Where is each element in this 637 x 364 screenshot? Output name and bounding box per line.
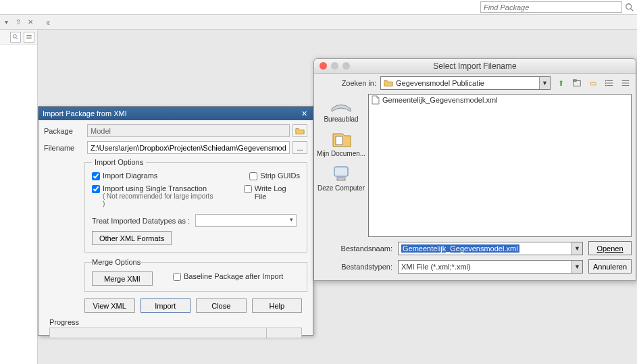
place-computer[interactable]: Deze Computer (317, 164, 365, 192)
dropdown-icon[interactable]: ▾ (1, 17, 11, 26)
single-transaction-checkbox[interactable]: Import using Single Transaction ( Not re… (92, 184, 217, 207)
window-controls[interactable] (320, 62, 350, 70)
merge-xmi-button[interactable]: Merge XMI (92, 271, 153, 286)
import-package-dialog: Import Package from XMI ✕ Package Model … (38, 106, 313, 336)
file-dialog-title: Select Import Filename (314, 61, 636, 71)
svg-rect-18 (336, 136, 342, 145)
svg-point-2 (13, 34, 16, 38)
chevron-left-icon[interactable]: ‹‹ (46, 17, 48, 28)
svg-line-1 (631, 9, 634, 11)
filetype-field[interactable]: XMI File (*.xml;*.xmi) ▼ (398, 260, 583, 274)
up-folder-icon[interactable]: ⬆ (555, 77, 567, 89)
import-button[interactable]: Import (141, 298, 191, 313)
pin-icon[interactable]: ⇧ (14, 17, 23, 26)
browse-package-button[interactable] (292, 124, 307, 137)
chevron-down-icon[interactable]: ▼ (571, 242, 582, 255)
treat-datatypes-label: Treat Imported Datatypes as : (92, 217, 190, 225)
other-xml-formats-button[interactable]: Other XML Formats (92, 231, 172, 245)
baseline-checkbox[interactable]: Baseline Package after Import (173, 272, 283, 281)
list-view-icon[interactable] (603, 77, 615, 89)
write-log-checkbox[interactable]: Write Log File (244, 184, 300, 207)
file-icon (372, 95, 380, 105)
package-label: Package (44, 127, 87, 135)
open-button[interactable]: Openen (588, 241, 632, 255)
secondary-toolbar: ▾ ⇧ ✕ ‹‹ (0, 15, 637, 30)
svg-point-13 (605, 82, 607, 84)
import-options-legend: Import Options (92, 158, 146, 166)
browse-file-button[interactable]: ... (292, 141, 307, 154)
new-folder-icon[interactable] (571, 77, 583, 89)
svg-point-14 (605, 85, 607, 86)
svg-rect-19 (334, 167, 348, 176)
chevron-down-icon[interactable]: ▼ (571, 261, 582, 273)
search-icon[interactable] (625, 3, 634, 12)
left-sidebar (0, 30, 38, 364)
zoom-window-icon[interactable] (342, 62, 350, 70)
documents-icon (329, 130, 353, 149)
computer-icon (329, 164, 353, 183)
merge-options-legend: Merge Options (92, 258, 141, 266)
import-dialog-titlebar[interactable]: Import Package from XMI ✕ (39, 107, 313, 120)
file-item[interactable]: Gemeentelijk_Gegevensmodel.xml (369, 95, 631, 105)
top-toolbar (0, 0, 637, 15)
filename-label: Filename (44, 144, 87, 152)
progress-label: Progress (49, 318, 302, 326)
treat-datatypes-combo[interactable] (195, 214, 297, 227)
help-button[interactable]: Help (252, 298, 303, 313)
package-value: Model (87, 124, 290, 137)
filename-field-label: Bestandsnaam: (318, 244, 392, 253)
filename-input[interactable] (87, 141, 290, 154)
filename-field[interactable]: Gemeentelijk_Gegevensmodel.xml ▼ (398, 242, 583, 255)
file-list[interactable]: Gemeentelijk_Gegevensmodel.xml (368, 94, 632, 237)
close-window-icon[interactable] (320, 62, 327, 70)
cancel-button[interactable]: Annuleren (588, 259, 632, 274)
folder-tree-icon[interactable]: ▭ (587, 77, 599, 89)
svg-line-3 (16, 37, 18, 39)
place-documents[interactable]: Mijn Documen... (317, 130, 365, 157)
sidebar-tools (0, 30, 37, 45)
chevron-down-icon[interactable]: ▼ (539, 77, 550, 89)
close-panel-icon[interactable]: ✕ (26, 17, 35, 26)
close-button[interactable]: Close (196, 298, 247, 313)
look-in-label: Zoeken in: (334, 79, 376, 87)
view-xml-button[interactable]: View XML (84, 298, 135, 313)
desktop-icon (329, 95, 353, 114)
svg-point-12 (605, 80, 607, 82)
places-sidebar: Bureaublad Mijn Documen... Deze Computer (314, 93, 368, 238)
look-in-combo[interactable]: Gegevensmodel Publicatie ▼ (380, 76, 551, 90)
close-icon[interactable]: ✕ (299, 109, 309, 118)
import-dialog-title: Import Package from XMI (43, 109, 127, 118)
import-diagrams-checkbox[interactable]: Import Diagrams (92, 172, 157, 180)
progress-bar (49, 328, 302, 338)
strip-guids-checkbox[interactable]: Strip GUIDs (249, 172, 300, 180)
filetype-field-label: Bestandstypen: (318, 263, 392, 271)
folder-icon (384, 78, 393, 88)
find-package-input[interactable] (480, 1, 622, 13)
place-desktop[interactable]: Bureaublad (324, 95, 358, 123)
file-dialog-titlebar[interactable]: Select Import Filename (314, 59, 636, 74)
minimize-window-icon[interactable] (331, 62, 338, 70)
import-options-group: Import Options Import Diagrams Strip GUI… (84, 158, 307, 253)
search-tool-icon[interactable] (10, 32, 21, 43)
menu-tool-icon[interactable] (24, 32, 34, 43)
svg-rect-20 (337, 178, 345, 180)
file-open-dialog: Select Import Filename Zoeken in: Gegeve… (313, 58, 636, 281)
merge-options-group: Merge Options Merge XMI Baseline Package… (84, 258, 307, 292)
details-view-icon[interactable] (619, 77, 632, 89)
svg-point-0 (626, 4, 632, 9)
